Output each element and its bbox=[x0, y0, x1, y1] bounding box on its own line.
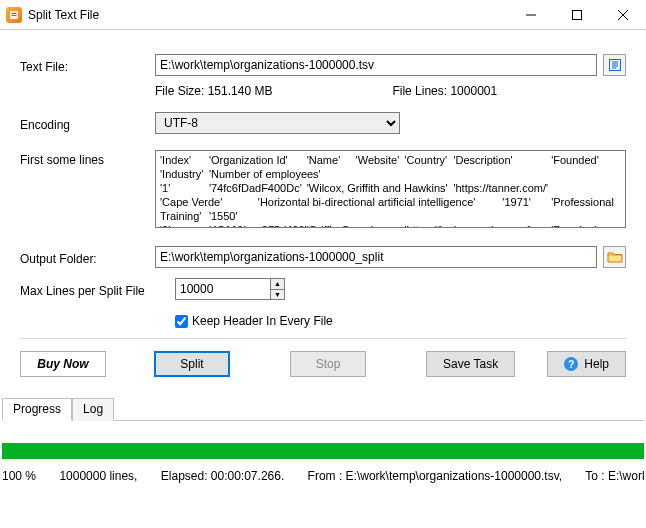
status-line: 100 % 1000000 lines, Elapsed: 00:00:07.2… bbox=[2, 469, 644, 483]
encoding-select[interactable]: UTF-8 bbox=[155, 112, 400, 134]
help-button[interactable]: ? Help bbox=[547, 351, 626, 377]
minimize-icon bbox=[526, 10, 536, 20]
separator bbox=[20, 338, 626, 339]
titlebar: Split Text File bbox=[0, 0, 646, 30]
stop-button[interactable]: Stop bbox=[290, 351, 366, 377]
tab-progress[interactable]: Progress bbox=[2, 398, 72, 421]
max-lines-label: Max Lines per Split File bbox=[20, 281, 175, 298]
output-folder-label: Output Folder: bbox=[20, 249, 155, 266]
progress-bar-fill bbox=[2, 443, 644, 459]
file-size-text: File Size: 151.140 MB bbox=[155, 84, 272, 98]
keep-header-label: Keep Header In Every File bbox=[192, 314, 333, 328]
status-percent: 100 % bbox=[2, 469, 36, 483]
preview-textarea[interactable] bbox=[155, 150, 626, 228]
spin-down-button[interactable]: ▼ bbox=[271, 290, 284, 300]
status-lines: 1000000 lines, bbox=[59, 469, 137, 483]
split-button[interactable]: Split bbox=[154, 351, 230, 377]
svg-rect-7 bbox=[609, 60, 620, 71]
svg-rect-1 bbox=[12, 13, 17, 14]
document-icon bbox=[607, 58, 623, 72]
browse-text-file-button[interactable] bbox=[603, 54, 626, 76]
tab-log[interactable]: Log bbox=[72, 398, 114, 421]
browse-output-folder-button[interactable] bbox=[603, 246, 626, 268]
maximize-icon bbox=[572, 10, 582, 20]
spin-up-button[interactable]: ▲ bbox=[271, 279, 284, 290]
minimize-button[interactable] bbox=[508, 0, 554, 30]
progress-panel: 100 % 1000000 lines, Elapsed: 00:00:07.2… bbox=[0, 421, 646, 483]
status-to: To : E:\work\temp\organiza bbox=[585, 469, 644, 483]
keep-header-checkbox[interactable] bbox=[175, 315, 188, 328]
max-lines-spinner[interactable]: ▲ ▼ bbox=[175, 278, 285, 300]
maximize-button[interactable] bbox=[554, 0, 600, 30]
progress-bar bbox=[2, 443, 644, 459]
max-lines-input[interactable] bbox=[176, 279, 270, 299]
text-file-label: Text File: bbox=[20, 57, 155, 74]
status-from: From : E:\work\temp\organizations-100000… bbox=[308, 469, 563, 483]
file-lines-text: File Lines: 1000001 bbox=[392, 84, 497, 98]
main-content: Text File: File Size: 151.140 MB File Li… bbox=[0, 30, 646, 397]
preview-label: First some lines bbox=[20, 150, 155, 167]
buy-now-button[interactable]: Buy Now bbox=[20, 351, 106, 377]
tab-bar: Progress Log bbox=[2, 397, 644, 421]
text-file-input[interactable] bbox=[155, 54, 597, 76]
svg-rect-2 bbox=[12, 15, 17, 16]
file-info: File Size: 151.140 MB File Lines: 100000… bbox=[155, 84, 497, 98]
svg-rect-4 bbox=[573, 10, 582, 19]
folder-icon bbox=[607, 250, 623, 264]
status-elapsed: Elapsed: 00:00:07.266. bbox=[161, 469, 284, 483]
window-title: Split Text File bbox=[28, 8, 99, 22]
close-icon bbox=[618, 10, 628, 20]
encoding-label: Encoding bbox=[20, 115, 155, 132]
action-bar: Buy Now Split Stop Save Task ? Help bbox=[20, 351, 626, 389]
save-task-button[interactable]: Save Task bbox=[426, 351, 515, 377]
app-icon bbox=[6, 7, 22, 23]
output-folder-input[interactable] bbox=[155, 246, 597, 268]
help-icon: ? bbox=[564, 357, 578, 371]
close-button[interactable] bbox=[600, 0, 646, 30]
